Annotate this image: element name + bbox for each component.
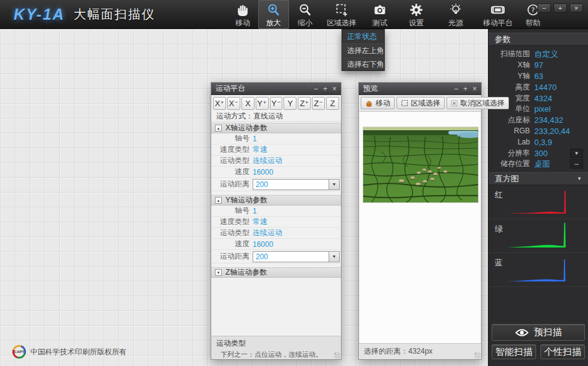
row-value[interactable]: 连续运动 [253, 156, 282, 166]
preview-cancel-region-button[interactable]: 取消区域选择 [447, 97, 509, 109]
window-controls: − + × [537, 4, 583, 13]
row-value[interactable]: 连续运动 [253, 228, 282, 238]
chevron-down-icon[interactable]: ▼ [329, 180, 339, 189]
row-value[interactable]: 常速 [253, 144, 267, 155]
resolution-dropdown-button[interactable]: ▼ [570, 149, 583, 158]
tool-zoom-in-label: 放大 [266, 18, 281, 28]
row-label: 速度类型 [211, 217, 250, 227]
histogram-green-row: 绿 [489, 219, 588, 253]
maximize-button[interactable]: + [553, 4, 567, 13]
prescan-button-label: 预扫描 [534, 326, 562, 338]
y-axis-section-header[interactable]: ▲ Y轴运动参数 [211, 195, 341, 206]
maximize-button[interactable]: + [323, 83, 327, 95]
param-label: RGB [489, 127, 530, 135]
row-value[interactable]: 16000 [253, 168, 273, 177]
preview-window-title: 预览 [363, 83, 378, 94]
param-row-point-coord: 点座标 234,432 [489, 115, 588, 126]
y-minus-button[interactable]: Y⁻ [270, 97, 283, 110]
row-label: 速度类型 [211, 144, 250, 155]
tool-test[interactable]: 测试 [362, 0, 398, 29]
prescan-button[interactable]: 预扫描 [492, 324, 585, 341]
z-minus-button[interactable]: Z⁻ [312, 97, 325, 110]
param-row-scan-range: 扫描范围 自定义 [489, 49, 588, 60]
collapse-toggle-icon[interactable]: ▲ [215, 125, 222, 131]
tool-zoom-in[interactable]: 放大 [258, 0, 289, 29]
z-stop-button[interactable]: Z [326, 97, 339, 110]
histogram-header: 直方图 ▼ [489, 172, 588, 185]
preview-body [360, 112, 480, 343]
y-plus-button[interactable]: Y⁺ [256, 97, 269, 110]
param-value: pixel [534, 104, 551, 114]
x-speed-row: 速度 16000 [211, 167, 341, 178]
tool-help-label: 帮助 [526, 18, 540, 28]
resize-grip[interactable] [334, 352, 340, 359]
row-value[interactable]: 16000 [253, 240, 273, 249]
smart-scan-button[interactable]: 智能扫描 [492, 344, 536, 359]
tool-move-label: 移动 [235, 18, 250, 28]
close-icon[interactable]: × [332, 83, 337, 95]
histogram-collapse-icon[interactable]: ▼ [577, 172, 582, 185]
y-distance-row: 运动距离 200 ▼ [211, 250, 341, 264]
app-titlebar: KY-1A 大幅面扫描仪 移动 [0, 0, 588, 29]
axis-jog-buttons: X⁺ X⁻ X Y⁺ Y⁻ Y Z⁺ Z⁻ Z [211, 95, 341, 111]
row-label: 运动类型 [211, 156, 250, 166]
histogram-red-row: 红 [489, 185, 588, 219]
row-label: 速度 [211, 239, 250, 249]
maximize-button[interactable]: + [463, 83, 468, 95]
tool-region-select[interactable]: 区域选择 [321, 0, 362, 29]
x-distance-combobox[interactable]: 200 ▼ [253, 179, 340, 190]
copyright-text: 中国科学技术印刷所版权所有 [30, 347, 127, 357]
x-plus-button[interactable]: X⁺ [213, 97, 226, 110]
param-value: 97 [534, 60, 543, 70]
storage-browse-button[interactable]: ••• [570, 159, 583, 168]
preview-move-button[interactable]: 移动 [361, 97, 395, 109]
combobox-value: 200 [253, 180, 329, 189]
param-label: X轴 [489, 60, 530, 70]
y-distance-combobox[interactable]: 200 ▼ [253, 251, 340, 262]
x-minus-button[interactable]: X⁻ [227, 97, 240, 110]
collapse-toggle-icon[interactable]: ▲ [215, 197, 222, 204]
z-axis-section-title: Z轴运动参数 [225, 267, 267, 278]
close-icon[interactable]: × [472, 83, 477, 95]
minimize-button[interactable]: − [454, 83, 458, 95]
tool-settings[interactable]: 设置 [398, 0, 435, 29]
minimize-button[interactable]: − [537, 4, 551, 13]
menu-item-select-top-left[interactable]: 选择左上角 [342, 43, 384, 57]
x-stop-button[interactable]: X [242, 97, 254, 110]
tool-zoom-out[interactable]: 缩小 [289, 0, 321, 29]
z-plus-button[interactable]: Z⁺ [298, 97, 311, 110]
collapse-toggle-icon[interactable]: ▼ [215, 269, 222, 276]
menu-item-normal-state[interactable]: 正常状态 [342, 30, 384, 43]
minimize-button[interactable]: − [314, 83, 318, 95]
param-value: 14470 [534, 83, 556, 92]
capt-logo: CAPT [12, 345, 26, 359]
close-button[interactable]: × [569, 4, 583, 13]
tool-light-source[interactable]: 光源 [435, 0, 477, 29]
motion-platform-window: 运动平台 − + × X⁺ X⁻ X Y⁺ Y⁻ Y Z⁺ Z⁻ Z 运动方式：… [211, 82, 342, 360]
z-axis-section-header[interactable]: ▼ Z轴运动参数 [211, 267, 341, 278]
motion-window-titlebar[interactable]: 运动平台 − + × [211, 83, 341, 95]
row-value[interactable]: 常速 [253, 217, 267, 227]
param-label: 分辨率 [489, 148, 530, 159]
menu-item-select-bottom-right[interactable]: 选择右下角 [342, 57, 384, 70]
param-value[interactable]: 桌面 [534, 159, 550, 170]
gear-icon [409, 2, 424, 18]
y-stop-button[interactable]: Y [284, 97, 296, 110]
chevron-down-icon[interactable]: ▼ [329, 252, 339, 262]
preview-window-titlebar[interactable]: 预览 − + × [359, 83, 481, 95]
histogram-blue-label: 蓝 [495, 257, 503, 268]
x-axis-section-header[interactable]: ▲ X轴运动参数 [211, 123, 341, 133]
region-select-menu: 正常状态 选择左上角 选择右下角 [342, 29, 385, 71]
y-axis-number-row: 轴号 1 [211, 206, 341, 217]
custom-scan-button[interactable]: 个性扫描 [540, 344, 585, 359]
preview-region-select-button[interactable]: 区域选择 [397, 97, 445, 109]
tool-motion-platform[interactable]: 移动平台 [477, 0, 519, 29]
preview-photo[interactable] [363, 127, 478, 202]
preview-status-bar: 选择的距离：4324px [359, 343, 481, 359]
app-logo: KY-1A 大幅面扫描仪 [14, 6, 155, 23]
resize-grip[interactable] [474, 352, 481, 359]
param-value[interactable]: 300 [534, 149, 548, 158]
tool-move[interactable]: 移动 [227, 0, 258, 29]
y-speed-type-row: 速度类型 常速 [211, 217, 341, 228]
param-value[interactable]: 自定义 [534, 49, 558, 60]
